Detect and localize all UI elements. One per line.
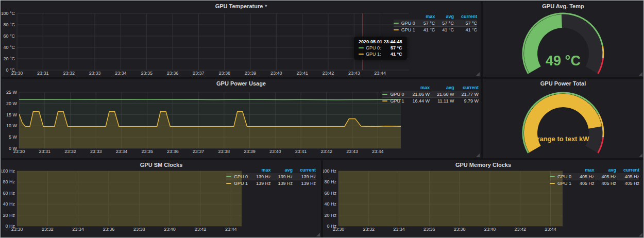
legend-series-label[interactable]: GPU 0 <box>226 173 249 180</box>
panel-title-gpu-power-usage[interactable]: GPU Power Usage <box>2 79 481 88</box>
panel-title-gpu-sm-clocks[interactable]: GPU SM Clocks <box>2 160 321 169</box>
legend-value-avg: 57 °C <box>435 20 454 26</box>
y-axis-label: 60 °C <box>3 33 15 39</box>
y-axis-label: 20 W <box>6 101 18 106</box>
legend-header-row: maxavgcurrent <box>394 13 477 20</box>
x-axis-label: 23:34 <box>115 71 127 76</box>
legend-value-current: 21.77 W <box>454 91 479 97</box>
x-axis-label: 23:34 <box>116 149 128 154</box>
legend-row-gpu-1: GPU 1139 Hz139 Hz139 Hz <box>226 180 316 186</box>
y-axis-label: 100 °C <box>2 11 15 16</box>
legend-value-avg: 139 Hz <box>270 180 293 186</box>
x-axis-label: 23:37 <box>193 149 205 154</box>
panel-title-gpu-avg-temp[interactable]: GPU Avg. Temp <box>483 2 643 10</box>
tooltip-series-name: GPU 1: <box>366 52 381 57</box>
panel-title-text: GPU Power Total <box>540 80 586 87</box>
series-name: GPU 1 <box>401 27 415 32</box>
legend-value-max: 405 Hz <box>572 180 595 186</box>
x-axis-label: 23:32 <box>42 227 54 232</box>
x-axis-label: 23:35 <box>141 149 153 154</box>
panel-gpu-sm-clocks: GPU SM Clocks 0 Hz20 Hz40 Hz60 Hz80 Hz10… <box>2 160 321 237</box>
series-name: GPU 0 <box>557 174 571 179</box>
x-axis-label: 23:34 <box>393 227 405 232</box>
y-axis-label: 60 Hz <box>3 191 15 196</box>
x-axis-label: 23:41 <box>296 71 308 76</box>
x-axis-label: 23:33 <box>90 149 102 154</box>
x-axis-label: 23:32 <box>63 71 75 76</box>
panel-resize-handle[interactable] <box>639 233 642 236</box>
series-color-dash-icon <box>226 183 231 184</box>
legend-value-max: 139 Hz <box>249 173 271 180</box>
panel-title-gpu-temperature[interactable]: GPU Temperature ▾ <box>2 2 481 10</box>
legend-series-label[interactable]: GPU 0 <box>382 91 405 97</box>
x-axis-label: 23:40 <box>269 149 281 154</box>
legend-header-current[interactable]: current <box>454 13 477 20</box>
series-area <box>17 168 242 226</box>
legend-row-gpu-1: GPU 141 °C41 °C41 °C <box>394 26 477 33</box>
legend-series-label[interactable]: GPU 1 <box>394 26 416 33</box>
panel-resize-handle[interactable] <box>639 72 642 76</box>
legend-value-current: 139 Hz <box>293 173 316 180</box>
x-axis-label: 23:34 <box>72 227 84 232</box>
legend-header-max[interactable]: max <box>416 13 435 20</box>
series-color-dash-icon <box>226 176 231 177</box>
panel-resize-handle[interactable] <box>476 154 480 157</box>
y-axis-label: 10 W <box>6 123 18 128</box>
x-axis-label: 23:32 <box>363 227 375 232</box>
series-color-dash-icon <box>359 54 364 55</box>
x-axis-label: 23:39 <box>245 71 257 76</box>
panel-gpu-temperature: GPU Temperature ▾ 0 °C20 °C40 °C60 °C80 … <box>2 2 481 77</box>
x-axis-label: 23:44 <box>545 227 556 232</box>
panel-gpu-memory-clocks: GPU Memory Clocks 0 Hz20 Hz40 Hz60 Hz80 … <box>323 160 643 237</box>
x-axis-label: 23:39 <box>244 149 256 154</box>
series-color-dash-icon <box>382 100 387 101</box>
series-name: GPU 1 <box>557 181 571 186</box>
legend-value-avg: 139 Hz <box>270 173 293 180</box>
legend-gpu-memory-clocks: maxavgcurrentGPU 0405 Hz405 Hz405 HzGPU … <box>550 166 639 186</box>
x-axis-label: 23:43 <box>346 149 358 154</box>
series-color-dash-icon <box>382 94 387 95</box>
x-axis-label: 23:33 <box>89 71 101 76</box>
x-axis-label: 23:38 <box>218 149 230 154</box>
gpu-power-total-gauge <box>483 79 643 158</box>
x-axis-label: 23:32 <box>64 149 76 154</box>
tooltip-series-name: GPU 0: <box>366 45 381 50</box>
tooltip-series-value: 41 °C <box>384 52 402 57</box>
x-axis-label: 23:40 <box>164 227 176 232</box>
x-axis-label: 23:40 <box>484 227 496 232</box>
legend-series-label[interactable]: GPU 1 <box>226 180 249 186</box>
y-axis-label: 60 Hz <box>324 191 336 196</box>
y-axis-label: 100 Hz <box>323 168 336 174</box>
legend-gpu-sm-clocks: maxavgcurrentGPU 0139 Hz139 Hz139 HzGPU … <box>226 166 316 186</box>
series-name: GPU 0 <box>401 21 415 26</box>
legend-value-current: 405 Hz <box>616 173 639 180</box>
x-axis-label: 23:38 <box>133 227 145 232</box>
gauge-value-avg-temp: 49 °C <box>483 53 643 69</box>
legend-header-spacer <box>394 13 416 20</box>
legend-value-max: 21.86 W <box>405 91 430 97</box>
y-axis-label: 80 °C <box>3 22 15 27</box>
legend-value-avg: 405 Hz <box>594 180 616 186</box>
panel-resize-handle[interactable] <box>639 154 642 157</box>
legend-series-label[interactable]: GPU 0 <box>394 20 416 26</box>
tooltip-timestamp: 2020-05-01 23:44:48 <box>359 39 402 44</box>
legend-row-gpu-1: GPU 116.44 W11.11 W9.79 W <box>382 97 479 104</box>
panel-resize-handle[interactable] <box>476 72 480 76</box>
x-axis-label: 23:30 <box>333 227 345 232</box>
panel-resize-handle[interactable] <box>316 233 320 236</box>
panel-title-gpu-power-total[interactable]: GPU Power Total <box>483 79 643 88</box>
x-axis-label: 23:31 <box>39 149 50 154</box>
series-color-dash-icon <box>359 47 364 48</box>
legend-value-current: 41 °C <box>454 26 477 33</box>
y-axis-label: 5 W <box>9 134 18 140</box>
legend-series-label[interactable]: GPU 1 <box>550 180 572 186</box>
legend-series-label[interactable]: GPU 0 <box>550 173 572 180</box>
legend-row-gpu-0: GPU 0405 Hz405 Hz405 Hz <box>550 173 639 180</box>
legend-value-avg: 405 Hz <box>594 173 616 180</box>
legend-header-avg[interactable]: avg <box>435 13 454 20</box>
x-axis-label: 23:36 <box>167 149 179 154</box>
legend-series-label[interactable]: GPU 1 <box>382 97 405 104</box>
panel-title-text: GPU Power Usage <box>216 80 266 87</box>
x-axis-label: 23:35 <box>141 71 152 76</box>
panel-title-gpu-memory-clocks[interactable]: GPU Memory Clocks <box>323 160 643 169</box>
